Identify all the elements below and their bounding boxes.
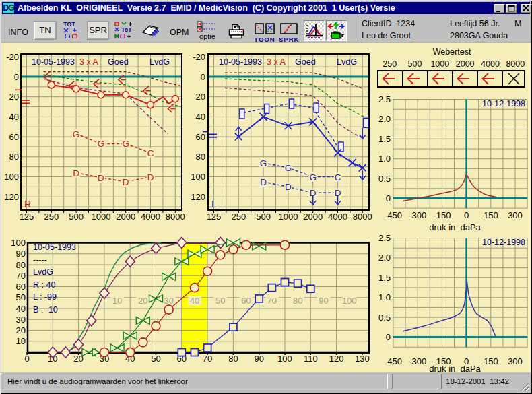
y-tick-label: 2.0 bbox=[378, 114, 391, 124]
bone-conduction-left-marker bbox=[289, 99, 294, 108]
x-tick-label: 8000 bbox=[166, 211, 185, 222]
y-tick-label: 60 bbox=[9, 132, 19, 142]
air-conduction-right-marker bbox=[73, 86, 79, 92]
x-tick-label: 125 bbox=[20, 211, 34, 222]
weber-cell-2000[interactable] bbox=[452, 71, 477, 86]
status-message: Hier vindt u de audiogramwaarden voor he… bbox=[3, 374, 388, 389]
y-tick-label: 80 bbox=[9, 152, 19, 162]
speech-right-marker bbox=[229, 245, 238, 254]
weber-freq-label: 8000 bbox=[503, 59, 528, 69]
x-tick-label: 120 bbox=[329, 354, 344, 364]
x-tick-label: 250 bbox=[44, 211, 59, 222]
y-tick-label: 60 bbox=[196, 132, 205, 142]
x-tick-label: 80 bbox=[228, 354, 238, 364]
y-tick-label: 10 bbox=[16, 336, 26, 346]
weber-cell-250[interactable] bbox=[378, 71, 402, 86]
chart-date: 10-12-1998 bbox=[482, 99, 525, 108]
chart-header-item: 3 x A bbox=[267, 57, 286, 67]
x-tick-label: 70 bbox=[203, 354, 212, 364]
gray-scale-label: 80 bbox=[293, 296, 302, 306]
speech-left-marker bbox=[294, 280, 302, 287]
x-tick-label: -450 bbox=[385, 210, 402, 220]
webertest-buttons bbox=[377, 70, 525, 88]
air-conduction-right-marker bbox=[98, 92, 104, 98]
status-panel-empty bbox=[392, 374, 438, 389]
weber-freq-label: 4000 bbox=[477, 59, 502, 69]
x-tick-label: 100 bbox=[277, 354, 292, 364]
x-tick-label: 8000 bbox=[353, 211, 372, 222]
status-bar: Hier vindt u de audiogramwaarden voor he… bbox=[2, 372, 530, 392]
speech-left-marker bbox=[281, 279, 289, 286]
legend-item: B : -10 bbox=[33, 305, 58, 315]
speech-left-marker bbox=[307, 285, 314, 292]
weber-left-arrow-icon bbox=[431, 72, 450, 86]
y-tick-label: 90 bbox=[16, 249, 26, 259]
x-tick-label: -150 bbox=[433, 210, 451, 220]
resize-grip[interactable] bbox=[520, 382, 529, 391]
y-tick-label: 120 bbox=[4, 192, 19, 202]
bone-conduction-left-marker bbox=[314, 103, 319, 112]
legend-item: 10-05-1993 bbox=[33, 242, 76, 252]
marker-letter: G bbox=[285, 163, 292, 173]
gray-scale-label: 100 bbox=[342, 296, 357, 306]
marker-letter: G bbox=[73, 129, 80, 139]
weber-cell-4000[interactable] bbox=[477, 71, 502, 86]
chart-header-item: Goed bbox=[295, 57, 316, 67]
y-tick-label: 2.5 bbox=[378, 233, 391, 243]
weber-freq-label: 250 bbox=[377, 59, 402, 69]
marker-letter: G bbox=[122, 139, 129, 149]
x-tick-label: 250 bbox=[231, 211, 246, 222]
speech-right-marker bbox=[139, 338, 147, 347]
marker-letter: D bbox=[147, 172, 154, 183]
x-tick-label: 1000 bbox=[91, 211, 110, 222]
marker-letter: D bbox=[260, 177, 267, 187]
speech-left-marker bbox=[255, 295, 263, 302]
weber-left-arrow-icon bbox=[381, 72, 400, 86]
y-tick-label: 1.0 bbox=[378, 292, 391, 302]
weber-freq-label: 2000 bbox=[453, 59, 477, 69]
x-tick-label: 2000 bbox=[303, 211, 323, 222]
app-window: DG Afbeelden KL ORIGINEEL Versie 2.7 EMI… bbox=[0, 0, 532, 394]
y-tick-label: 80 bbox=[16, 260, 26, 270]
y-tick-label: 100 bbox=[11, 238, 26, 248]
x-tick-label: 4000 bbox=[328, 211, 347, 222]
speech-right-marker bbox=[190, 284, 199, 292]
y-tick-label: 1.5 bbox=[378, 134, 391, 144]
weber-cell-500[interactable] bbox=[402, 71, 427, 86]
y-tick-label: 80 bbox=[196, 152, 205, 162]
main-background bbox=[1, 42, 531, 372]
y-tick-label: 100 bbox=[191, 172, 205, 182]
air-conduction-right-marker bbox=[48, 81, 55, 88]
speech-right-marker bbox=[216, 251, 225, 259]
legend-item: ----- bbox=[33, 255, 47, 265]
weber-cross-icon bbox=[507, 73, 521, 85]
chart-header-item: 10-05-1993 bbox=[219, 57, 262, 67]
gray-scale-label: 20 bbox=[138, 296, 147, 306]
x-tick-label: 300 bbox=[508, 356, 523, 366]
weber-left-arrow-icon bbox=[481, 72, 500, 86]
y-tick-label: 2.0 bbox=[378, 253, 391, 263]
bone-conduction-left-marker bbox=[265, 104, 269, 114]
y-tick-label: 0 bbox=[201, 72, 205, 82]
x-tick-label: 500 bbox=[256, 211, 271, 222]
weber-cell-1000[interactable] bbox=[427, 71, 452, 86]
chart-header-item: Goed bbox=[108, 57, 129, 67]
x-tick-label: 110 bbox=[304, 354, 318, 364]
y-tick-label: 20 bbox=[16, 325, 26, 335]
marker-letter: D bbox=[98, 173, 104, 183]
speech-left-marker bbox=[230, 323, 237, 331]
x-tick-label: -300 bbox=[409, 356, 426, 366]
gray-scale-label: 40 bbox=[190, 296, 199, 306]
chart-header-item: 10-05-1993 bbox=[32, 57, 75, 67]
speech-right-marker bbox=[126, 348, 135, 357]
gray-scale-label: 10 bbox=[112, 296, 122, 306]
weber-freq-label: 500 bbox=[402, 59, 427, 69]
marker-letter: D bbox=[285, 182, 292, 192]
webertest-title: Webertest bbox=[374, 47, 530, 57]
x-tick-label: 125 bbox=[207, 211, 222, 222]
marker-letter: G bbox=[260, 158, 267, 168]
weber-cell-8000[interactable] bbox=[502, 71, 524, 86]
speech-left-marker bbox=[191, 349, 198, 356]
x-tick-label: 2000 bbox=[116, 211, 135, 222]
webertest-frequencies: 2505001000200040008000 bbox=[377, 59, 528, 69]
